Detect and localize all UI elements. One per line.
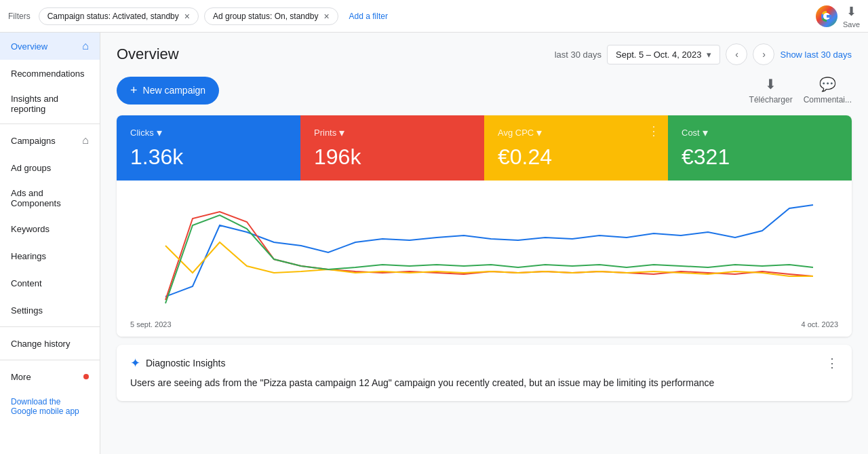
stat-card-avg-cpc: Avg CPC ▾ €0.24 ⋮ (484, 115, 668, 181)
chart-svg (130, 191, 838, 310)
plus-icon: + (130, 83, 138, 98)
show-last-30-days-link[interactable]: Show last 30 days (780, 50, 852, 60)
stat-card-cost: Cost ▾ €321 (668, 115, 852, 181)
stat-card-clicks: Clicks ▾ 1.36k (117, 115, 300, 181)
sidebar-item-ads-components[interactable]: Ads and Components (0, 181, 100, 215)
avg-cpc-value: €0.24 (498, 145, 654, 170)
insights-title: Diagnostic Insights (146, 358, 226, 368)
prints-value: 196k (314, 145, 471, 170)
stats-cards: Clicks ▾ 1.36k Prints ▾ 196k Avg CPC ▾ (117, 115, 852, 181)
clicks-label: Clicks ▾ (130, 126, 287, 139)
stats-container: Clicks ▾ 1.36k Prints ▾ 196k Avg CPC ▾ (117, 115, 852, 337)
date-picker-chevron: ▾ (707, 50, 711, 60)
main-layout: Overview ⌂ Recommendations Insights and … (0, 33, 868, 454)
adgroup-chip-close[interactable]: × (323, 11, 329, 22)
home-icon: ⌂ (82, 40, 89, 52)
chart-area (117, 181, 852, 318)
save-icon: ⬇ (846, 4, 856, 19)
insights-header: ✦ Diagnostic Insights ⋮ (130, 356, 838, 371)
clicks-dropdown[interactable]: ▾ (157, 126, 162, 139)
sidebar-item-recommendations[interactable]: Recommendations (0, 60, 100, 87)
new-campaign-button[interactable]: + New campaign (117, 77, 219, 105)
insights-title-row: ✦ Diagnostic Insights (130, 356, 226, 371)
stat-card-prints: Prints ▾ 196k (300, 115, 484, 181)
sparkle-icon: ✦ (130, 356, 140, 371)
adgroup-status-chip[interactable]: Ad group status: On, standby × (204, 7, 338, 25)
chart-end-date: 4 oct. 2023 (802, 320, 838, 328)
campaigns-icon: ⌂ (82, 134, 89, 147)
more-badge (83, 374, 89, 379)
stat-more-icon[interactable]: ⋮ (648, 124, 660, 138)
sidebar-item-change-history[interactable]: Change history (0, 330, 100, 357)
avg-cpc-label: Avg CPC ▾ (498, 126, 654, 139)
sidebar-item-content[interactable]: Content (0, 269, 100, 297)
filters-label: Filters (8, 12, 31, 21)
insights-more-icon[interactable]: ⋮ (826, 356, 838, 371)
sidebar-divider-2 (0, 326, 100, 327)
date-label: last 30 days (555, 50, 601, 60)
add-filter-button[interactable]: Add a filter (344, 9, 393, 24)
date-nav-next[interactable]: › (753, 43, 774, 65)
cost-label: Cost ▾ (682, 126, 838, 139)
insights-card: ✦ Diagnostic Insights ⋮ Users are seeing… (117, 345, 852, 401)
content-area: Overview last 30 days Sept. 5 – Oct. 4, … (100, 33, 868, 454)
avg-cpc-dropdown[interactable]: ▾ (536, 126, 542, 139)
prints-dropdown[interactable]: ▾ (339, 126, 344, 139)
sidebar-item-insights[interactable]: Insights and reporting (0, 87, 100, 121)
sidebar: Overview ⌂ Recommendations Insights and … (0, 33, 100, 454)
sidebar-item-settings[interactable]: Settings (0, 297, 100, 324)
comment-action[interactable]: 💬 Commentai... (804, 76, 852, 105)
sidebar-item-campaigns[interactable]: Campaigns ⌂ (0, 127, 100, 154)
date-range-value: Sept. 5 – Oct. 4, 2023 (616, 50, 701, 60)
download-icon: ⬇ (765, 76, 776, 92)
sidebar-divider-1 (0, 124, 100, 124)
toolbar: + New campaign ⬇ Télécharger 💬 Commentai… (117, 76, 852, 105)
sidebar-item-overview[interactable]: Overview ⌂ (0, 33, 100, 60)
chart-start-date: 5 sept. 2023 (130, 320, 172, 328)
insights-body: Users are seeing ads from the "Pizza pas… (130, 376, 838, 390)
campaign-chip-close[interactable]: × (184, 11, 190, 22)
sidebar-item-hearings[interactable]: Hearings (0, 242, 100, 269)
top-right-actions: ⬇ Save (816, 4, 860, 29)
clicks-value: 1.36k (130, 145, 287, 170)
campaign-status-chip[interactable]: Campaign status: Activated, standby × (39, 7, 199, 25)
filter-bar: Filters Campaign status: Activated, stan… (0, 0, 868, 33)
date-range-picker[interactable]: Sept. 5 – Oct. 4, 2023 ▾ (607, 45, 720, 64)
sidebar-item-download-app[interactable]: Download the Google mobile app (0, 390, 100, 423)
sidebar-item-adgroups[interactable]: Ad groups (0, 154, 100, 181)
download-action[interactable]: ⬇ Télécharger (749, 76, 793, 105)
page-title: Overview (117, 45, 179, 63)
comment-icon: 💬 (819, 76, 836, 92)
toolbar-actions: ⬇ Télécharger 💬 Commentai... (749, 76, 852, 105)
google-logo-icon (816, 5, 837, 27)
sidebar-item-keywords[interactable]: Keywords (0, 215, 100, 242)
cost-dropdown[interactable]: ▾ (703, 126, 708, 139)
date-nav-prev[interactable]: ‹ (726, 43, 747, 65)
sidebar-divider-3 (0, 360, 100, 360)
cost-value: €321 (682, 145, 838, 170)
prints-label: Prints ▾ (314, 126, 471, 139)
header-right: last 30 days Sept. 5 – Oct. 4, 2023 ▾ ‹ … (555, 43, 852, 65)
save-button[interactable]: ⬇ Save (843, 4, 860, 29)
overview-header: Overview last 30 days Sept. 5 – Oct. 4, … (117, 43, 852, 65)
chart-dates: 5 sept. 2023 4 oct. 2023 (117, 318, 852, 337)
sidebar-item-more[interactable]: More (0, 363, 100, 390)
